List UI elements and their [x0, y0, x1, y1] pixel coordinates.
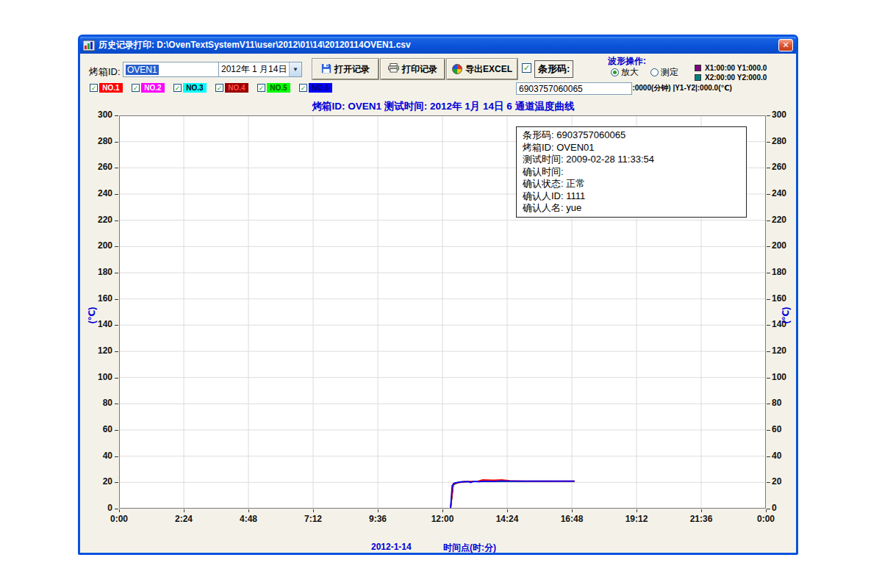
x-tick-label: 16:48: [553, 514, 590, 524]
print-record-label: 打印记录: [402, 63, 437, 76]
tick-mark: [767, 378, 770, 379]
checkbox-icon[interactable]: ✓: [173, 84, 182, 92]
y-tick-label: 180: [86, 267, 112, 277]
y-tick-label: 260: [86, 162, 112, 172]
zoom-radio[interactable]: [611, 68, 619, 76]
channel-toggle-no2[interactable]: ✓NO.2: [132, 83, 165, 93]
x-tick-label: 2:24: [165, 514, 202, 524]
checkbox-icon[interactable]: ✓: [90, 84, 98, 92]
tick-mark: [767, 299, 770, 300]
cursor1-color-swatch: [695, 65, 701, 71]
y-tick-label: 160: [772, 293, 798, 304]
y-tick-label: 200: [86, 240, 112, 251]
y-axis-unit-right: (℃): [781, 304, 791, 327]
tick-mark: [313, 509, 314, 512]
info-line: 确认人名: yue: [523, 202, 740, 215]
y-tick-label: 260: [772, 162, 798, 172]
tick-mark: [767, 115, 770, 116]
tick-mark: [115, 115, 118, 116]
checkbox-icon[interactable]: ✓: [132, 84, 140, 92]
tick-mark: [767, 194, 770, 195]
chevron-down-icon[interactable]: ▼: [289, 62, 301, 76]
y-tick-label: 220: [772, 215, 798, 225]
x-tick-label: 0:00: [101, 514, 137, 524]
info-line: 确认时间:: [523, 166, 740, 179]
date-select[interactable]: 2012年 1 月14日 ▼: [218, 62, 302, 77]
tick-mark: [115, 482, 118, 483]
tick-mark: [115, 351, 118, 352]
barcode-label: 条形码:: [534, 60, 573, 78]
y-tick-label: 0: [772, 503, 798, 513]
x-axis-label: 时间点(时:分): [443, 542, 496, 554]
channel-toggle-no6[interactable]: ✓NO.6: [299, 83, 332, 93]
channel-label: NO.2: [141, 83, 165, 93]
info-line: 确认状态: 正常: [523, 178, 740, 190]
measure-radio[interactable]: [650, 68, 659, 76]
zoom-radio-label: 放大: [621, 66, 639, 79]
channel-toggle-no4[interactable]: ✓NO.4: [215, 83, 248, 93]
zoom-radio-group[interactable]: 放大: [611, 66, 639, 79]
x-tick-label: 21:36: [683, 514, 720, 524]
channel-toggles: ✓NO.1✓NO.2✓NO.3✓NO.4✓NO.5✓NO.6: [90, 83, 398, 94]
channel-label: NO.4: [225, 83, 248, 93]
tick-mark: [572, 509, 573, 512]
open-record-label: 打开记录: [334, 63, 370, 76]
y-tick-label: 300: [86, 110, 112, 120]
tick-mark: [767, 351, 770, 352]
app-window: 历史记录打印: D:\OvenTextSystemV11\user\2012\0…: [78, 35, 798, 555]
tick-mark: [115, 509, 118, 509]
channel-toggle-no1[interactable]: ✓NO.1: [90, 83, 123, 93]
x-tick-label: 19:12: [618, 514, 655, 524]
y-tick-label: 220: [86, 215, 112, 225]
window-title: 历史记录打印: D:\OvenTextSystemV11\user\2012\0…: [98, 39, 411, 51]
excel-pie-icon: [452, 64, 462, 74]
tick-mark: [115, 299, 118, 300]
tick-mark: [767, 325, 770, 326]
measure-radio-group[interactable]: 测定: [650, 66, 678, 79]
tick-mark: [119, 509, 120, 512]
channel-toggle-no3[interactable]: ✓NO.3: [173, 83, 207, 93]
info-line: 确认人ID: 1111: [523, 190, 740, 203]
cursor2-color-swatch: [695, 74, 701, 81]
tick-mark: [184, 509, 184, 512]
date-value: 2012年 1 月14日: [219, 63, 289, 76]
y-tick-label: 300: [772, 110, 798, 120]
x-tick-label: 12:00: [424, 514, 461, 524]
export-excel-button[interactable]: 导出EXCEL: [447, 59, 517, 79]
tick-mark: [767, 482, 770, 483]
tick-mark: [767, 456, 770, 457]
y-tick-label: 60: [86, 424, 112, 434]
y-tick-label: 0: [86, 503, 112, 513]
checkbox-icon[interactable]: ✓: [215, 84, 223, 92]
y-tick-label: 20: [86, 476, 112, 487]
y-tick-label: 80: [772, 398, 798, 408]
y-tick-label: 60: [772, 424, 798, 434]
close-button[interactable]: ✕: [778, 39, 793, 51]
tick-mark: [701, 509, 702, 512]
tick-mark: [115, 220, 118, 221]
channel-toggle-no5[interactable]: ✓NO.5: [257, 83, 290, 93]
title-bar[interactable]: 历史记录打印: D:\OvenTextSystemV11\user\2012\0…: [80, 37, 796, 54]
tick-mark: [767, 220, 770, 221]
open-record-button[interactable]: 打开记录: [312, 59, 379, 79]
print-record-button[interactable]: 打印记录: [381, 59, 445, 79]
checkbox-icon[interactable]: ✓: [299, 84, 307, 92]
y-axis-unit-left: (℃): [87, 304, 97, 327]
tick-mark: [115, 168, 118, 168]
y-tick-label: 100: [772, 372, 798, 382]
y-tick-label: 240: [772, 188, 798, 198]
barcode-checkbox[interactable]: ✓: [522, 63, 531, 73]
y-tick-label: 160: [86, 293, 112, 304]
y-tick-label: 100: [86, 372, 112, 382]
radio-dot-icon: [613, 71, 617, 74]
tick-mark: [767, 430, 770, 431]
cursor2-readout: X2:00:00 Y2:000.0: [705, 74, 767, 82]
tick-mark: [115, 430, 118, 431]
barcode-input[interactable]: [516, 82, 632, 95]
y-tick-label: 20: [772, 476, 798, 487]
channel-label: NO.1: [99, 83, 123, 93]
info-line: 条形码: 6903757060065: [523, 129, 740, 142]
measure-radio-label: 测定: [661, 66, 678, 79]
checkbox-icon[interactable]: ✓: [257, 84, 265, 92]
y-tick-label: 120: [86, 345, 112, 356]
